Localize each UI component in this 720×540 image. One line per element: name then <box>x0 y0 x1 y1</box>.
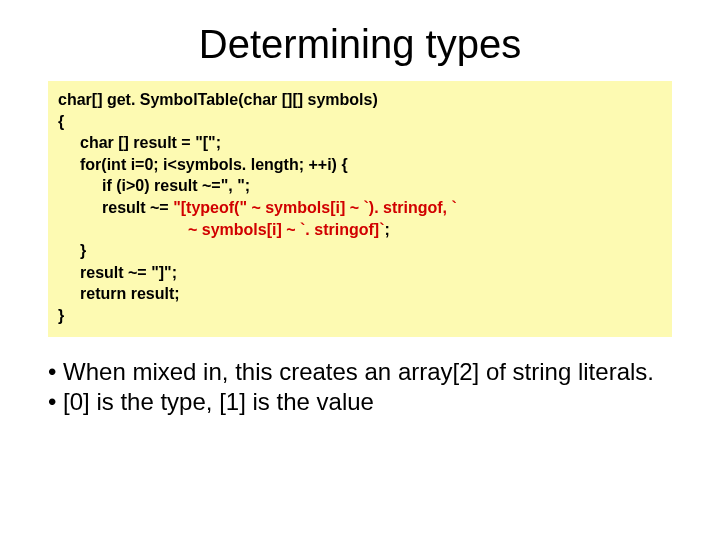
code-line: for(int i=0; i<symbols. length; ++i) { <box>58 154 662 176</box>
bullet-item: • [0] is the type, [1] is the value <box>48 387 672 417</box>
bullet-list: • When mixed in, this creates an array[2… <box>48 357 672 417</box>
code-fragment: result ~= <box>102 199 173 216</box>
code-line: char[] get. SymbolTable(char [][] symbol… <box>58 91 378 108</box>
code-line: char [] result = "["; <box>58 132 662 154</box>
code-line: result ~= "[typeof(" ~ symbols[i] ~ `). … <box>58 197 662 219</box>
code-fragment-highlight: "[typeof(" ~ symbols[i] ~ `). stringof, … <box>173 199 457 216</box>
code-line: if (i>0) result ~=", "; <box>58 175 662 197</box>
code-line: return result; <box>58 283 662 305</box>
code-line: { <box>58 113 64 130</box>
code-fragment: ; <box>384 221 389 238</box>
bullet-item: • When mixed in, this creates an array[2… <box>48 357 672 387</box>
code-line: } <box>58 240 662 262</box>
code-line: } <box>58 307 64 324</box>
code-fragment-highlight: ~ symbols[i] ~ `. stringof]` <box>188 221 384 238</box>
slide-title: Determining types <box>48 22 672 67</box>
code-block: char[] get. SymbolTable(char [][] symbol… <box>48 81 672 337</box>
slide: Determining types char[] get. SymbolTabl… <box>0 0 720 540</box>
code-line: ~ symbols[i] ~ `. stringof]`; <box>58 219 662 241</box>
code-line: result ~= "]"; <box>58 262 662 284</box>
